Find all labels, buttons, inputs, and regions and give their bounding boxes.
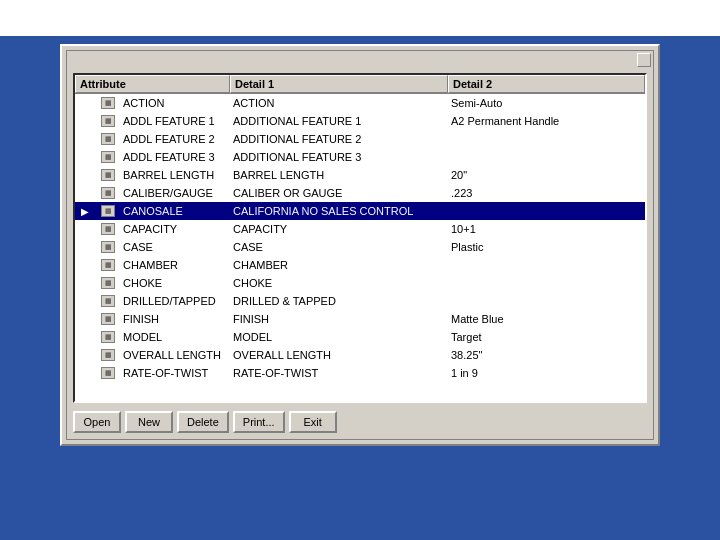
- row-detail2: 38.25": [447, 348, 645, 362]
- row-detail1: CHOKE: [229, 276, 447, 290]
- table-row[interactable]: ▦MODELMODELTarget: [75, 328, 645, 346]
- row-detail2: Matte Blue: [447, 312, 645, 326]
- open-button[interactable]: Open: [73, 411, 121, 433]
- print-button[interactable]: Print...: [233, 411, 285, 433]
- row-arrow-icon: [75, 156, 97, 158]
- row-icon: ▦: [97, 168, 119, 182]
- row-detail1: ADDITIONAL FEATURE 1: [229, 114, 447, 128]
- table-row[interactable]: ▦ADDL FEATURE 1ADDITIONAL FEATURE 1A2 Pe…: [75, 112, 645, 130]
- row-attribute: ADDL FEATURE 2: [119, 132, 229, 146]
- table-row[interactable]: ▦CALIBER/GAUGECALIBER OR GAUGE.223: [75, 184, 645, 202]
- row-arrow-icon: [75, 192, 97, 194]
- row-attribute: ACTION: [119, 96, 229, 110]
- table-row[interactable]: ▦DRILLED/TAPPEDDRILLED & TAPPED: [75, 292, 645, 310]
- row-detail2: [447, 210, 645, 212]
- col-header-detail2: Detail 2: [448, 75, 645, 93]
- table-row[interactable]: ▦BARREL LENGTHBARREL LENGTH20": [75, 166, 645, 184]
- row-detail2: [447, 138, 645, 140]
- row-detail1: FINISH: [229, 312, 447, 326]
- row-detail1: ADDITIONAL FEATURE 3: [229, 150, 447, 164]
- row-icon: ▦: [97, 150, 119, 164]
- row-detail1: MODEL: [229, 330, 447, 344]
- row-attribute: CAPACITY: [119, 222, 229, 236]
- row-detail2: [447, 264, 645, 266]
- table-row[interactable]: ▦CASECASEPlastic: [75, 238, 645, 256]
- row-arrow-icon: [75, 102, 97, 104]
- table-row[interactable]: ▦CHOKECHOKE: [75, 274, 645, 292]
- row-detail1: CHAMBER: [229, 258, 447, 272]
- row-attribute: CHOKE: [119, 276, 229, 290]
- row-detail2: 1 in 9: [447, 366, 645, 380]
- row-icon: ▦: [97, 132, 119, 146]
- row-detail1: CASE: [229, 240, 447, 254]
- page-title: [0, 0, 720, 28]
- row-arrow-icon: [75, 120, 97, 122]
- row-icon: ▦: [97, 312, 119, 326]
- col-header-attribute: Attribute: [75, 75, 230, 93]
- table-row[interactable]: ▦ADDL FEATURE 2ADDITIONAL FEATURE 2: [75, 130, 645, 148]
- row-arrow-icon: ▶: [75, 205, 97, 218]
- row-icon: ▦: [97, 222, 119, 236]
- row-arrow-icon: [75, 264, 97, 266]
- row-attribute: CALIBER/GAUGE: [119, 186, 229, 200]
- delete-button[interactable]: Delete: [177, 411, 229, 433]
- row-icon: ▦: [97, 240, 119, 254]
- row-attribute: CHAMBER: [119, 258, 229, 272]
- row-detail2: [447, 282, 645, 284]
- row-icon: ▦: [97, 204, 119, 218]
- row-detail1: OVERALL LENGTH: [229, 348, 447, 362]
- row-detail2: 10+1: [447, 222, 645, 236]
- exit-button[interactable]: Exit: [289, 411, 337, 433]
- row-attribute: MODEL: [119, 330, 229, 344]
- row-attribute: FINISH: [119, 312, 229, 326]
- row-icon: ▦: [97, 114, 119, 128]
- row-icon: ▦: [97, 294, 119, 308]
- dialog-window: Attribute Detail 1 Detail 2 ▦ACTIONACTIO…: [60, 44, 660, 446]
- row-detail2: .223: [447, 186, 645, 200]
- row-icon: ▦: [97, 348, 119, 362]
- attribute-table: Attribute Detail 1 Detail 2 ▦ACTIONACTIO…: [73, 73, 647, 403]
- row-detail1: CALIBER OR GAUGE: [229, 186, 447, 200]
- table-row[interactable]: ▦FINISHFINISHMatte Blue: [75, 310, 645, 328]
- row-icon: ▦: [97, 330, 119, 344]
- row-arrow-icon: [75, 300, 97, 302]
- close-button[interactable]: [637, 53, 651, 67]
- page-background: Attribute Detail 1 Detail 2 ▦ACTIONACTIO…: [0, 0, 720, 446]
- new-button[interactable]: New: [125, 411, 173, 433]
- table-row[interactable]: ▦OVERALL LENGTHOVERALL LENGTH38.25": [75, 346, 645, 364]
- row-arrow-icon: [75, 138, 97, 140]
- row-attribute: ADDL FEATURE 1: [119, 114, 229, 128]
- row-attribute: ADDL FEATURE 3: [119, 150, 229, 164]
- table-row[interactable]: ▶▦CANOSALECALIFORNIA NO SALES CONTROL: [75, 202, 645, 220]
- row-detail2: [447, 300, 645, 302]
- row-arrow-icon: [75, 318, 97, 320]
- row-arrow-icon: [75, 246, 97, 248]
- row-attribute: OVERALL LENGTH: [119, 348, 229, 362]
- col-header-detail1: Detail 1: [230, 75, 448, 93]
- row-detail1: RATE-OF-TWIST: [229, 366, 447, 380]
- row-detail1: ACTION: [229, 96, 447, 110]
- row-detail1: DRILLED & TAPPED: [229, 294, 447, 308]
- row-detail1: CAPACITY: [229, 222, 447, 236]
- table-header: Attribute Detail 1 Detail 2: [75, 75, 645, 94]
- row-detail2: Plastic: [447, 240, 645, 254]
- row-detail2: 20": [447, 168, 645, 182]
- row-detail2: [447, 156, 645, 158]
- row-attribute: CASE: [119, 240, 229, 254]
- row-arrow-icon: [75, 354, 97, 356]
- table-row[interactable]: ▦ACTIONACTIONSemi-Auto: [75, 94, 645, 112]
- row-detail1: BARREL LENGTH: [229, 168, 447, 182]
- row-icon: ▦: [97, 186, 119, 200]
- table-row[interactable]: ▦CAPACITYCAPACITY10+1: [75, 220, 645, 238]
- row-detail2: Target: [447, 330, 645, 344]
- row-attribute: RATE-OF-TWIST: [119, 366, 229, 380]
- row-arrow-icon: [75, 336, 97, 338]
- table-body[interactable]: ▦ACTIONACTIONSemi-Auto▦ADDL FEATURE 1ADD…: [75, 94, 645, 401]
- table-row[interactable]: ▦ADDL FEATURE 3ADDITIONAL FEATURE 3: [75, 148, 645, 166]
- button-row: OpenNewDeletePrint...Exit: [67, 407, 653, 439]
- table-row[interactable]: ▦RATE-OF-TWISTRATE-OF-TWIST1 in 9: [75, 364, 645, 382]
- row-arrow-icon: [75, 282, 97, 284]
- table-row[interactable]: ▦CHAMBERCHAMBER: [75, 256, 645, 274]
- row-detail2: Semi-Auto: [447, 96, 645, 110]
- row-detail1: ADDITIONAL FEATURE 2: [229, 132, 447, 146]
